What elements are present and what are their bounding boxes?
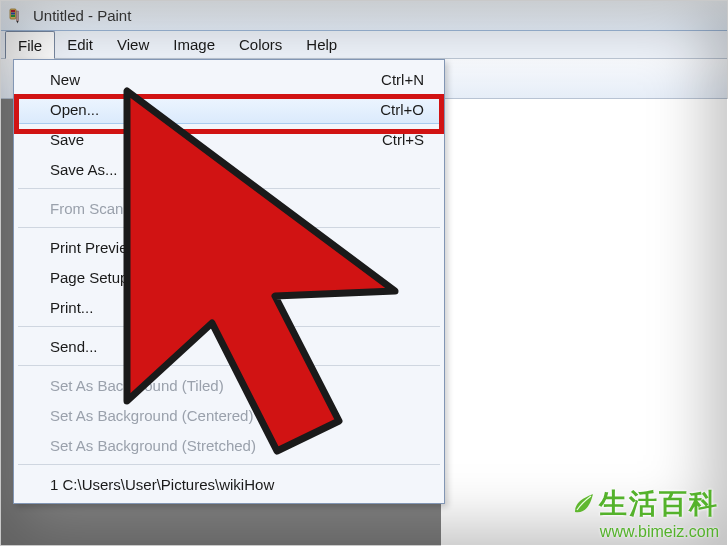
app-icon <box>7 7 25 25</box>
menu-item-send[interactable]: Send... <box>16 331 442 361</box>
menu-file[interactable]: File <box>5 31 55 59</box>
menu-item-new[interactable]: New Ctrl+N <box>16 64 442 94</box>
menu-item-save[interactable]: Save Ctrl+S <box>16 124 442 154</box>
menu-item-bg-stretched: Set As Background (Stretched) <box>16 430 442 460</box>
menu-item-from-scanner: From Scanner or Camera... <box>16 193 442 223</box>
menu-item-print-preview[interactable]: Print Preview <box>16 232 442 262</box>
menu-help[interactable]: Help <box>294 31 349 58</box>
menu-item-save-as[interactable]: Save As... <box>16 154 442 184</box>
menu-colors[interactable]: Colors <box>227 31 294 58</box>
file-menu-dropdown: New Ctrl+N Open... Ctrl+O Save Ctrl+S Sa… <box>13 59 445 504</box>
menu-image[interactable]: Image <box>161 31 227 58</box>
menu-item-bg-centered: Set As Background (Centered) <box>16 400 442 430</box>
svg-rect-1 <box>11 10 15 12</box>
menu-separator <box>18 464 440 465</box>
menu-item-open[interactable]: Open... Ctrl+O <box>16 94 442 124</box>
canvas-area[interactable] <box>441 99 728 546</box>
menu-separator <box>18 365 440 366</box>
svg-marker-5 <box>17 21 19 24</box>
menu-separator <box>18 188 440 189</box>
svg-rect-4 <box>17 11 19 21</box>
window-title: Untitled - Paint <box>33 7 131 24</box>
svg-rect-3 <box>11 15 15 17</box>
menu-separator <box>18 227 440 228</box>
menubar: File Edit View Image Colors Help <box>1 31 727 59</box>
menu-item-page-setup[interactable]: Page Setup... <box>16 262 442 292</box>
menu-view[interactable]: View <box>105 31 161 58</box>
titlebar: Untitled - Paint <box>1 1 727 31</box>
menu-item-bg-tiled: Set As Background (Tiled) <box>16 370 442 400</box>
svg-rect-2 <box>11 12 15 14</box>
menu-item-recent-1[interactable]: 1 C:\Users\User\Pictures\wikiHow <box>16 469 442 499</box>
menu-edit[interactable]: Edit <box>55 31 105 58</box>
menu-item-print[interactable]: Print... <box>16 292 442 322</box>
menu-separator <box>18 326 440 327</box>
